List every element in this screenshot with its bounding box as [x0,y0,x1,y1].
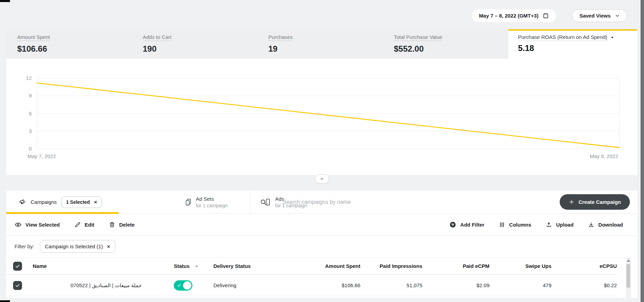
scrollbar-thumb[interactable] [626,264,630,288]
table-toolbar: View Selected Edit Delete [6,214,637,236]
delete-button[interactable]: Delete [109,221,135,228]
tab-ad-sets-sublabel: for 1 campaign [196,203,228,208]
check-icon [177,283,181,288]
edit-button[interactable]: Edit [74,221,94,228]
date-range-button[interactable]: May 7 – 8, 2022 (GMT+3) [472,9,556,22]
svg-text:3: 3 [29,128,32,134]
sort-caret-icon [194,264,199,268]
column-header-name[interactable]: Name [33,263,168,269]
paid-ecpm-value: $2.09 [422,282,489,288]
amount-spent-value: $106.66 [275,282,360,288]
dropdown-triangle-icon[interactable] [610,35,614,40]
tabstrip-divider [250,190,250,214]
filter-chip-label: Campaign is Selected (1) [45,243,103,249]
delivery-status: Delivering [213,282,275,288]
table-row[interactable]: حملة مبيعات | الصناديق | 070522 Deliveri… [6,275,617,296]
column-header-paid-ecpm[interactable]: Paid eCPM [422,263,489,269]
view-selected-label: View Selected [25,222,60,228]
snap-ads-manager-screen: May 7 – 8, 2022 (GMT+3) Saved Views Amou… [0,0,644,302]
create-campaign-label: Create Campaign [579,199,621,205]
metric-card-total-purchase-value[interactable]: Total Purchase Value $552.00 [383,29,508,59]
plus-icon [569,199,574,205]
metric-card-purchase-roas[interactable]: Purchase ROAS (Return on Ad Spend) 5.18 [508,29,637,60]
swipe-ups-value: 479 [489,282,551,288]
select-all-checkbox[interactable] [13,262,22,271]
window-corner-artifact [0,300,10,302]
top-bar: May 7 – 8, 2022 (GMT+3) Saved Views [472,9,627,22]
window-corner-artifact [0,0,10,2]
ecpsu-value: $0.22 [551,282,617,288]
trash-icon [109,221,115,228]
columns-icon [499,221,505,228]
campaign-name[interactable]: حملة مبيعات | الصناديق | 070522 [33,282,168,289]
table-scrollbar[interactable] [626,258,631,299]
check-icon [15,283,20,288]
tab-campaigns[interactable]: Campaigns 1 Selected × [19,196,102,208]
metric-label: Adds to Cart [143,34,171,41]
metric-card-purchases[interactable]: Purchases 19 [257,29,383,59]
metric-value: $106.66 [17,44,132,54]
scrollbar-up-arrow-icon[interactable] [627,259,630,262]
selected-count-chip[interactable]: 1 Selected × [61,196,102,208]
metric-value: 19 [268,44,383,54]
paid-impressions-value: 51,075 [360,282,422,288]
pencil-icon [74,221,81,228]
row-checkbox[interactable] [13,281,22,290]
svg-text:12: 12 [26,75,32,81]
svg-text:6: 6 [29,111,32,116]
remove-filter-icon[interactable]: × [107,244,110,249]
filter-chip-campaign-selected[interactable]: Campaign is Selected (1) × [40,240,115,253]
tab-campaigns-label: Campaigns [31,199,57,205]
metric-card-amount-spent[interactable]: Amount Spent $106.66 [6,29,132,59]
filter-by-label: Filter by: [14,243,34,249]
metric-card-adds-to-cart[interactable]: Adds to Cart 190 [132,29,257,59]
upload-icon [546,221,552,228]
ad-sets-icon [184,198,192,206]
chevron-down-icon [615,13,620,18]
svg-text:9: 9 [29,93,32,98]
saved-views-button[interactable]: Saved Views [572,9,627,22]
upload-button[interactable]: Upload [546,221,573,228]
column-header-paid-impressions[interactable]: Paid Impressions [360,263,422,269]
create-campaign-button[interactable]: Create Campaign [560,194,630,210]
column-header-ecpsu[interactable]: eCPSU [551,263,617,269]
campaigns-panel: Campaigns 1 Selected × Ad Sets for 1 cam… [6,190,637,299]
check-icon [15,263,20,269]
svg-text:May 7, 2022: May 7, 2022 [28,153,56,159]
campaign-search [260,190,524,214]
column-header-swipe-ups[interactable]: Swipe Ups [489,263,551,269]
calendar-icon [542,12,549,19]
saved-views-label: Saved Views [579,13,611,19]
download-label: Download [598,222,623,228]
window-edge-strip[interactable] [641,0,644,302]
clear-selection-icon[interactable]: × [94,199,97,205]
table-header-row: Name Status Delivery Status Amount Spent… [6,258,617,275]
search-input[interactable] [283,199,524,205]
metric-value: $552.00 [394,44,508,54]
toggle-knob [183,281,191,290]
delete-label: Delete [119,222,135,228]
download-icon [588,221,594,228]
date-range-label: May 7 – 8, 2022 (GMT+3) [479,13,538,19]
column-header-amount-spent[interactable]: Amount Spent [275,263,360,269]
download-button[interactable]: Download [588,221,623,228]
view-selected-button[interactable]: View Selected [14,221,60,228]
metric-label: Total Purchase Value [394,34,442,41]
metric-value: 5.18 [518,43,637,53]
tab-ad-sets-label: Ad Sets [196,196,228,202]
selected-count-label: 1 Selected [66,199,90,205]
collapse-chart-button[interactable] [315,174,329,184]
chevron-up-icon [320,177,324,181]
status-toggle[interactable] [174,280,192,291]
filter-row: Filter by: Campaign is Selected (1) × [6,236,637,258]
tab-ad-sets[interactable]: Ad Sets for 1 campaign [184,196,228,208]
megaphone-icon [19,198,26,206]
column-header-status[interactable]: Status [168,263,213,269]
columns-button[interactable]: Columns [499,221,531,228]
column-header-delivery-status[interactable]: Delivery Status [213,263,275,269]
metrics-strip: Amount Spent $106.66 Adds to Cart 190 Pu… [6,29,508,59]
metric-label: Purchase ROAS (Return on Ad Spend) [518,34,607,41]
metric-label: Amount Spent [17,34,50,41]
add-filter-button[interactable]: Add Filter [449,221,484,228]
search-icon [260,199,267,206]
